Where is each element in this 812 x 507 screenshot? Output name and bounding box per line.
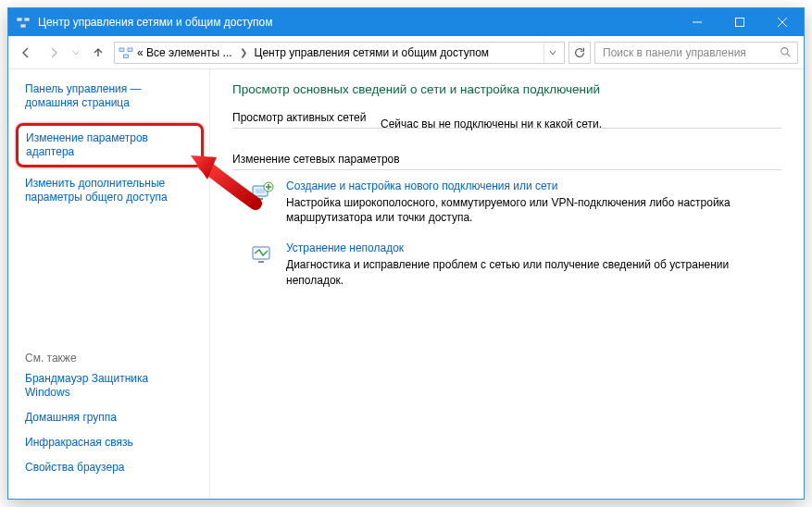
- svg-rect-12: [128, 48, 132, 52]
- chevron-right-icon[interactable]: ❯: [236, 47, 251, 57]
- svg-rect-8: [736, 19, 744, 27]
- divider: [232, 169, 781, 170]
- new-connection-icon: [249, 179, 275, 205]
- navigation-row: « Все элементы ... ❯ Центр управления се…: [8, 36, 804, 69]
- see-also-link[interactable]: Домашняя группа: [25, 411, 196, 425]
- forward-button[interactable]: [42, 41, 66, 65]
- troubleshoot-icon: [249, 241, 275, 267]
- svg-line-15: [787, 54, 790, 56]
- sidebar-link-sharing-settings[interactable]: Изменить дополнительные параметры общего…: [25, 177, 196, 204]
- search-input[interactable]: [601, 45, 774, 60]
- svg-rect-13: [124, 55, 129, 58]
- close-button[interactable]: [761, 8, 804, 36]
- refresh-button[interactable]: [568, 42, 591, 64]
- window-title: Центр управления сетями и общим доступом: [38, 16, 273, 29]
- see-also-link[interactable]: Брандмауэр Защитника Windows: [25, 372, 196, 400]
- titlebar[interactable]: Центр управления сетями и общим доступом: [8, 8, 804, 36]
- task-title: Создание и настройка нового подключения …: [286, 179, 781, 192]
- svg-rect-17: [256, 189, 265, 193]
- up-button[interactable]: [86, 41, 110, 65]
- control-panel-home-link[interactable]: Панель управления — домашняя страница: [25, 82, 196, 110]
- recent-dropdown[interactable]: [69, 41, 82, 65]
- task-troubleshoot[interactable]: Устранение неполадок Диагностика и испра…: [249, 241, 781, 287]
- location-icon: [119, 45, 133, 60]
- task-title: Устранение неполадок: [286, 241, 781, 254]
- svg-rect-1: [24, 18, 30, 21]
- see-also-header: См. также: [25, 352, 196, 365]
- page-heading: Просмотр основных сведений о сети и наст…: [232, 82, 781, 96]
- main-content: Просмотр основных сведений о сети и наст…: [210, 69, 804, 499]
- body: Панель управления — домашняя страница Из…: [8, 69, 804, 499]
- address-bar[interactable]: « Все элементы ... ❯ Центр управления се…: [114, 42, 565, 64]
- back-button[interactable]: [14, 41, 38, 65]
- search-box[interactable]: [594, 42, 798, 64]
- svg-rect-18: [257, 198, 263, 200]
- svg-rect-0: [17, 18, 22, 21]
- task-new-connection[interactable]: Создание и настройка нового подключения …: [249, 179, 781, 225]
- address-dropdown[interactable]: [543, 43, 560, 63]
- app-icon: [16, 15, 31, 30]
- task-desc: Диагностика и исправление проблем с сеть…: [286, 257, 781, 287]
- breadcrumb-seg[interactable]: Центр управления сетями и общим доступом: [253, 46, 492, 59]
- no-network-status: Сейчас вы не подключены ни к какой сети.: [381, 117, 781, 130]
- search-icon: [780, 46, 792, 58]
- sidebar: Панель управления — домашняя страница Из…: [8, 69, 210, 499]
- see-also-link[interactable]: Свойства браузера: [25, 461, 196, 475]
- svg-point-14: [781, 48, 788, 55]
- section-change-settings: Изменение сетевых параметров: [232, 153, 781, 169]
- svg-rect-23: [258, 261, 264, 263]
- svg-rect-2: [20, 24, 26, 28]
- breadcrumb-seg[interactable]: « Все элементы ...: [135, 46, 234, 59]
- sidebar-link-adapter-settings[interactable]: Изменение параметров адаптера: [16, 123, 204, 167]
- minimize-button[interactable]: [676, 8, 718, 36]
- maximize-button[interactable]: [718, 8, 761, 36]
- window-frame: Центр управления сетями и общим доступом: [7, 7, 805, 500]
- svg-rect-11: [119, 48, 124, 52]
- task-desc: Настройка широкополосного, коммутируемог…: [286, 195, 781, 225]
- see-also-link[interactable]: Инфракрасная связь: [25, 436, 196, 450]
